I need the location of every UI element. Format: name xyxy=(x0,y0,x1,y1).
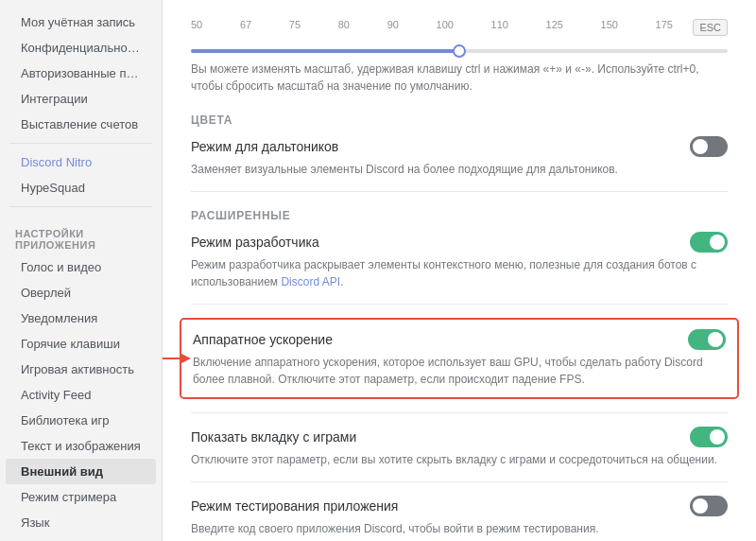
sidebar-divider-2 xyxy=(9,206,152,207)
developer-mode-desc: Режим разработчика раскрывает элементы к… xyxy=(191,256,728,290)
divider-hw-games xyxy=(191,412,728,413)
app-testing-header: Режим тестирования приложения xyxy=(191,496,728,516)
app-testing-toggle[interactable] xyxy=(690,496,728,516)
sidebar-item-overlay[interactable]: Оверлей xyxy=(6,280,156,305)
esc-button[interactable]: ESC xyxy=(693,19,728,36)
sidebar-item-hotkeys[interactable]: Горячие клавиши xyxy=(6,331,156,357)
sidebar-divider-1 xyxy=(9,143,152,144)
zoom-hint: Вы можете изменять масштаб, удерживая кл… xyxy=(191,61,728,95)
sidebar-item-integrations[interactable]: Интеграции xyxy=(6,86,156,112)
sidebar-item-windows-settings[interactable]: Настройки Windows xyxy=(6,535,156,541)
main-content: 50 67 75 80 90 100 110 125 150 175 200 E… xyxy=(163,0,756,541)
colorblind-row-header: Режим для дальтоников xyxy=(191,136,728,157)
colorblind-setting-row: Режим для дальтоников Заменяет визуальны… xyxy=(191,136,728,178)
show-games-tab-toggle[interactable] xyxy=(690,427,728,447)
slider-container: 50 67 75 80 90 100 110 125 150 175 200 E… xyxy=(191,19,728,53)
zoom-slider-track[interactable] xyxy=(191,49,728,53)
sidebar-item-text-images[interactable]: Текст и изображения xyxy=(6,433,156,459)
app-testing-row: Режим тестирования приложения Введите ко… xyxy=(191,496,728,537)
show-games-tab-header: Показать вкладку с играми xyxy=(191,427,728,447)
sidebar-section-app-settings: НАСТРОЙКИ ПРИЛОЖЕНИЯ xyxy=(0,213,162,254)
show-games-tab-label: Показать вкладку с играми xyxy=(191,429,356,445)
developer-mode-toggle[interactable] xyxy=(690,232,728,253)
app-testing-desc: Введите код своего приложения Discord, ч… xyxy=(191,520,728,537)
app-testing-label: Режим тестирования приложения xyxy=(191,498,398,514)
sidebar-item-authorized-apps[interactable]: Авторизованные прил... xyxy=(6,61,156,86)
divider-games-testing xyxy=(191,481,728,482)
sidebar: Моя учётная запись Конфиденциальность Ав… xyxy=(0,0,163,541)
hardware-accel-knob xyxy=(708,332,723,347)
hardware-accel-label: Аппаратное ускорение xyxy=(193,332,333,347)
show-games-tab-row: Показать вкладку с играми Отключите этот… xyxy=(191,427,728,468)
sidebar-item-my-account[interactable]: Моя учётная запись xyxy=(6,9,156,35)
developer-mode-row: Режим разработчика Режим разработчика ра… xyxy=(191,232,728,290)
sidebar-item-notifications[interactable]: Уведомления xyxy=(6,305,156,331)
hardware-accel-desc: Включение аппаратного ускорения, которое… xyxy=(193,354,726,388)
slider-thumb[interactable] xyxy=(453,44,466,58)
sidebar-item-streamer-mode[interactable]: Режим стримера xyxy=(6,484,156,510)
developer-mode-knob xyxy=(710,235,725,250)
sidebar-item-appearance[interactable]: Внешний вид xyxy=(6,459,156,484)
colorblind-desc: Заменяет визуальные элементы Discord на … xyxy=(191,161,728,178)
app-testing-knob xyxy=(693,498,708,514)
hardware-accel-toggle[interactable] xyxy=(688,329,726,350)
developer-mode-header: Режим разработчика xyxy=(191,232,728,253)
slider-fill xyxy=(191,49,459,53)
slider-labels: 50 67 75 80 90 100 110 125 150 175 200 xyxy=(191,19,728,30)
hardware-accel-row: Аппаратное ускорение Включение аппаратно… xyxy=(180,318,739,399)
sidebar-item-discord-nitro[interactable]: Discord Nitro xyxy=(6,149,156,175)
show-games-tab-desc: Отключите этот параметр, если вы хотите … xyxy=(191,451,728,468)
sidebar-item-privacy[interactable]: Конфиденциальность xyxy=(6,35,156,61)
discord-api-link[interactable]: Discord API xyxy=(281,275,340,288)
colorblind-toggle-knob xyxy=(693,139,708,154)
hardware-accel-header: Аппаратное ускорение xyxy=(193,329,726,350)
sidebar-item-game-library[interactable]: Библиотека игр xyxy=(6,408,156,433)
zoom-section: 50 67 75 80 90 100 110 125 150 175 200 E… xyxy=(191,19,728,95)
show-games-tab-knob xyxy=(710,429,725,445)
sidebar-item-game-activity[interactable]: Игровая активность xyxy=(6,357,156,382)
sidebar-item-billing[interactable]: Выставление счетов xyxy=(6,112,156,137)
colors-section-heading: ЦВЕТА xyxy=(191,113,728,127)
sidebar-item-activity-feed[interactable]: Activity Feed xyxy=(6,382,156,408)
sidebar-item-hypesquad[interactable]: HypeSquad xyxy=(6,175,156,201)
advanced-section-heading: РАСШИРЕННЫЕ xyxy=(191,209,728,222)
divider-dev-hw xyxy=(191,304,728,305)
divider-colors-advanced xyxy=(191,191,728,192)
sidebar-item-voice-video[interactable]: Голос и видео xyxy=(6,254,156,280)
colorblind-toggle[interactable] xyxy=(690,136,728,157)
developer-mode-label: Режим разработчика xyxy=(191,235,319,250)
colorblind-label: Режим для дальтоников xyxy=(191,139,338,154)
sidebar-item-language[interactable]: Язык xyxy=(6,510,156,535)
